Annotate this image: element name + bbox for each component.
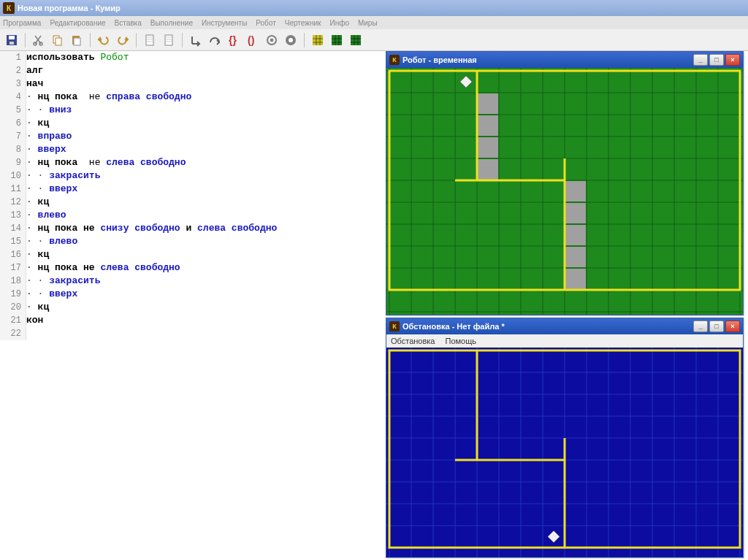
svg-rect-17 — [313, 35, 323, 45]
menu-item[interactable]: Помощь — [445, 337, 476, 345]
svg-rect-10 — [165, 35, 172, 45]
menu-item[interactable]: Программа — [3, 19, 41, 27]
svg-point-16 — [289, 38, 293, 42]
environment-window: К Обстановка - Нет файла * _ □ × Обстано… — [386, 318, 744, 558]
menu-item[interactable]: Обстановка — [391, 337, 435, 345]
maximize-button[interactable]: □ — [709, 321, 724, 332]
code-line[interactable]: алг — [26, 64, 381, 77]
env-title-bar[interactable]: К Обстановка - Нет файла * _ □ × — [386, 318, 743, 334]
svg-rect-57 — [565, 269, 586, 289]
code-line[interactable]: · кц — [26, 196, 381, 209]
save-icon[interactable] — [3, 31, 20, 49]
app-icon: К — [389, 55, 400, 65]
grid-green-icon[interactable] — [328, 31, 346, 49]
svg-rect-1 — [9, 36, 15, 39]
code-line[interactable]: нач — [26, 77, 381, 91]
svg-rect-18 — [332, 35, 342, 45]
code-line[interactable]: · кц — [26, 117, 381, 130]
window-title: Новая программа - Кумир — [18, 4, 121, 12]
code-content[interactable]: использовать Роботалгнач· нц пока не спр… — [26, 51, 381, 340]
pause-icon[interactable] — [282, 31, 299, 49]
code-line[interactable]: · кц — [26, 248, 381, 261]
svg-rect-19 — [351, 35, 361, 45]
app-icon: К — [389, 321, 400, 331]
run-close-icon[interactable]: () — [244, 31, 262, 49]
svg-rect-56 — [565, 247, 586, 267]
grid-yellow-icon[interactable] — [309, 31, 327, 49]
step-into-icon[interactable] — [187, 31, 205, 49]
code-line[interactable]: · · закрасить — [26, 275, 381, 288]
code-line[interactable]: · · вверх — [26, 288, 381, 301]
svg-rect-14 — [270, 39, 273, 42]
menu-item[interactable]: Инфо — [329, 19, 349, 27]
code-line[interactable]: · · вверх — [26, 183, 381, 196]
menu-item[interactable]: Чертежник — [285, 19, 321, 27]
svg-marker-62 — [460, 76, 472, 88]
code-line[interactable]: · нц пока не слева свободно — [26, 156, 381, 169]
menu-item[interactable]: Вставка — [115, 19, 142, 27]
close-button[interactable]: × — [725, 321, 740, 332]
env-field[interactable] — [386, 348, 743, 557]
svg-rect-51 — [478, 137, 498, 158]
code-editor[interactable]: 12345678910111213141516171819202122 испо… — [0, 51, 381, 560]
undo-icon[interactable] — [95, 31, 112, 49]
code-line[interactable]: · · влево — [26, 235, 381, 248]
svg-rect-9 — [146, 35, 153, 45]
svg-rect-6 — [56, 38, 61, 45]
new-doc-icon[interactable] — [141, 31, 159, 49]
close-button[interactable]: × — [725, 54, 740, 66]
code-line[interactable]: · нц пока не снизу свободно и слева своб… — [26, 222, 381, 235]
robot-window: К Робот - временная _ □ × — [386, 51, 744, 315]
window-title-bar: К Новая программа - Кумир — [0, 0, 748, 16]
run-open-icon[interactable]: {} — [225, 31, 243, 49]
code-line[interactable]: · · вниз — [26, 104, 381, 117]
menu-item[interactable]: Инструменты — [202, 19, 247, 27]
robot-window-title: Робот - временная — [402, 55, 477, 64]
code-line[interactable]: · нц пока не справа свободно — [26, 91, 381, 104]
step-over-icon[interactable] — [206, 31, 224, 49]
paste-icon[interactable] — [68, 31, 85, 49]
svg-rect-2 — [9, 42, 14, 45]
robot-title-bar[interactable]: К Робот - временная _ □ × — [386, 52, 743, 68]
menu-item[interactable]: Робот — [256, 19, 275, 27]
maximize-button[interactable]: □ — [709, 54, 724, 66]
app-icon: К — [3, 2, 15, 14]
code-line[interactable]: · кц — [26, 301, 381, 314]
grid2-icon[interactable] — [347, 31, 365, 49]
code-line[interactable]: · · закрасить — [26, 169, 381, 183]
menu-bar: ПрограммаРедактированиеВставкаВыполнение… — [0, 16, 748, 29]
cut-icon[interactable] — [30, 31, 47, 49]
minimize-button[interactable]: _ — [693, 54, 708, 66]
svg-rect-50 — [478, 115, 498, 136]
svg-text:(): () — [248, 34, 254, 46]
doc-icon[interactable] — [160, 31, 178, 49]
stop-icon[interactable] — [263, 31, 280, 49]
code-line[interactable]: · нц пока не слева свободно — [26, 261, 381, 275]
svg-rect-53 — [565, 181, 586, 202]
svg-rect-54 — [565, 203, 586, 223]
menu-item[interactable]: Редактирование — [50, 19, 105, 27]
line-gutter: 12345678910111213141516171819202122 — [0, 51, 26, 340]
code-line[interactable] — [26, 327, 381, 340]
code-line[interactable]: · вверх — [26, 143, 381, 156]
robot-field[interactable] — [386, 68, 743, 315]
env-menu-bar: ОбстановкаПомощь — [386, 334, 743, 348]
menu-item[interactable]: Миры — [358, 19, 378, 27]
svg-rect-8 — [74, 38, 80, 45]
svg-rect-55 — [565, 225, 586, 245]
svg-text:{}: {} — [229, 34, 237, 46]
code-line[interactable]: · вправо — [26, 130, 381, 143]
code-line[interactable]: · влево — [26, 209, 381, 222]
redo-icon[interactable] — [114, 31, 131, 49]
svg-marker-94 — [548, 531, 560, 542]
env-window-title: Обстановка - Нет файла * — [402, 322, 505, 331]
menu-item[interactable]: Выполнение — [150, 19, 193, 27]
code-line[interactable]: использовать Робот — [26, 51, 381, 64]
svg-rect-49 — [478, 93, 498, 114]
svg-rect-52 — [478, 159, 498, 180]
code-line[interactable]: кон — [26, 314, 381, 327]
copy-icon[interactable] — [49, 31, 66, 49]
toolbar: {}() — [0, 29, 748, 51]
minimize-button[interactable]: _ — [693, 321, 708, 332]
